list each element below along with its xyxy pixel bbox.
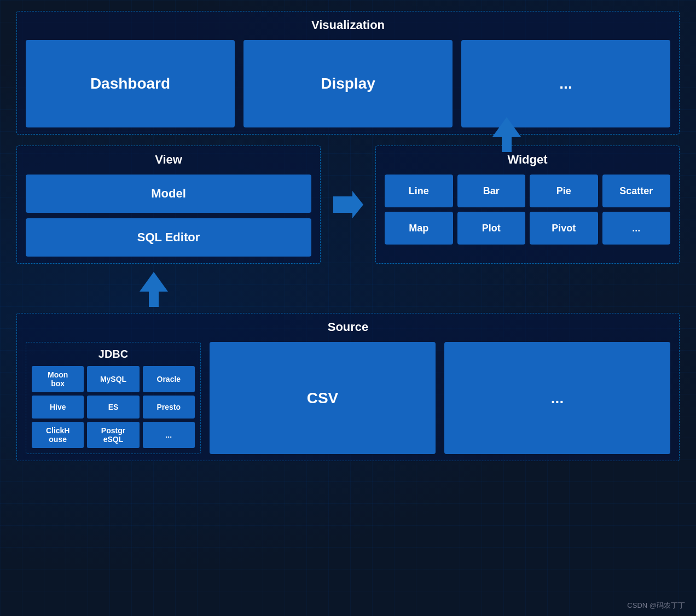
source-card-more: ... xyxy=(444,342,670,454)
widget-plot: Plot xyxy=(457,212,526,245)
source-card-csv: CSV xyxy=(210,342,436,454)
widget-map: Map xyxy=(385,212,453,245)
viz-cards: Dashboard Display ... xyxy=(26,40,670,127)
arrow-up-to-viz xyxy=(492,117,521,152)
widget-pivot: Pivot xyxy=(530,212,598,245)
jdbc-cell-es: ES xyxy=(87,396,139,419)
arrow-up-head-2 xyxy=(140,272,168,292)
jdbc-cell-clickhouse: ClickH ouse xyxy=(32,422,84,448)
widget-grid: Line Bar Pie Scatter Map Plot Pivot ... xyxy=(385,175,670,245)
widget-title: Widget xyxy=(385,153,670,167)
arrow-right-svg xyxy=(333,191,363,218)
widget-scatter: Scatter xyxy=(602,175,671,207)
jdbc-cell-more: ... xyxy=(143,422,195,448)
arrow-right-connector xyxy=(332,146,364,264)
arrow-up-to-view xyxy=(140,272,168,307)
source-title: Source xyxy=(26,320,670,334)
view-card-model: Model xyxy=(26,175,311,213)
middle-row: View Model SQL Editor Widget Line Bar xyxy=(16,146,680,264)
svg-marker-0 xyxy=(333,191,363,218)
watermark: CSDN @码农丁丁 xyxy=(627,601,685,611)
widget-pie: Pie xyxy=(530,175,598,207)
widget-section: Widget Line Bar Pie Scatter Map Plot Piv… xyxy=(375,146,680,264)
jdbc-cell-mysql: MySQL xyxy=(87,366,139,392)
view-title: View xyxy=(26,153,311,167)
jdbc-box: JDBC Moon box MySQL Oracle Hive ES Prest… xyxy=(26,342,201,454)
jdbc-title: JDBC xyxy=(32,348,195,361)
arrow-spacer xyxy=(16,275,680,302)
main-container: Visualization Dashboard Display ... View xyxy=(0,0,696,616)
arrow-up-body xyxy=(502,137,512,152)
jdbc-cell-postgresql: Postgr eSQL xyxy=(87,422,139,448)
view-card-sql-editor: SQL Editor xyxy=(26,218,311,257)
jdbc-cell-hive: Hive xyxy=(32,396,84,419)
view-cards: Model SQL Editor xyxy=(26,175,311,257)
viz-card-more: ... xyxy=(461,40,670,127)
viz-card-dashboard: Dashboard xyxy=(26,40,235,127)
source-content: JDBC Moon box MySQL Oracle Hive ES Prest… xyxy=(26,342,670,454)
arrow-up-head xyxy=(492,117,521,137)
jdbc-cell-moonbox: Moon box xyxy=(32,366,84,392)
widget-line: Line xyxy=(385,175,453,207)
source-section: Source JDBC Moon box MySQL Oracle Hive E… xyxy=(16,313,680,461)
view-section: View Model SQL Editor xyxy=(16,146,321,264)
visualization-title: Visualization xyxy=(26,18,670,32)
jdbc-cell-presto: Presto xyxy=(143,396,195,419)
arrow-up-body-2 xyxy=(149,292,159,307)
jdbc-grid: Moon box MySQL Oracle Hive ES Presto Cli… xyxy=(32,366,195,448)
widget-more: ... xyxy=(602,212,671,245)
jdbc-cell-oracle: Oracle xyxy=(143,366,195,392)
widget-bar: Bar xyxy=(457,175,526,207)
viz-card-display: Display xyxy=(243,40,453,127)
visualization-section: Visualization Dashboard Display ... xyxy=(16,11,680,135)
